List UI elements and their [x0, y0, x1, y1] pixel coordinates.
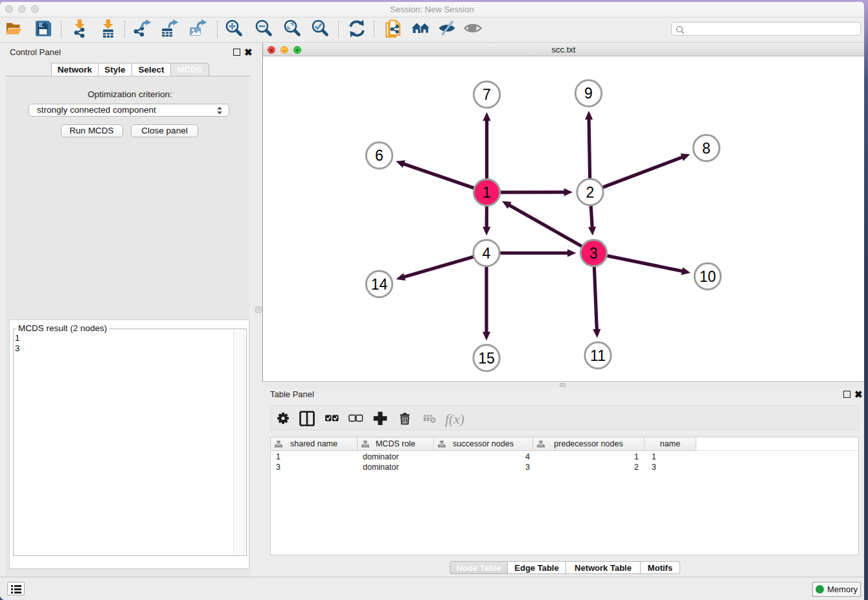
svg-text:4: 4	[483, 245, 491, 262]
svg-text:10: 10	[700, 268, 716, 285]
svg-text:f(x): f(x)	[445, 411, 464, 427]
svg-text:9: 9	[584, 85, 593, 102]
svg-text:6: 6	[375, 147, 383, 164]
svg-text:2: 2	[586, 184, 595, 201]
svg-text:11: 11	[590, 347, 606, 364]
svg-text:3: 3	[589, 245, 598, 262]
svg-text:1: 1	[483, 184, 491, 201]
svg-text:15: 15	[478, 350, 495, 367]
svg-text:14: 14	[371, 276, 388, 293]
svg-text:8: 8	[702, 140, 711, 157]
svg-text:7: 7	[483, 86, 491, 103]
